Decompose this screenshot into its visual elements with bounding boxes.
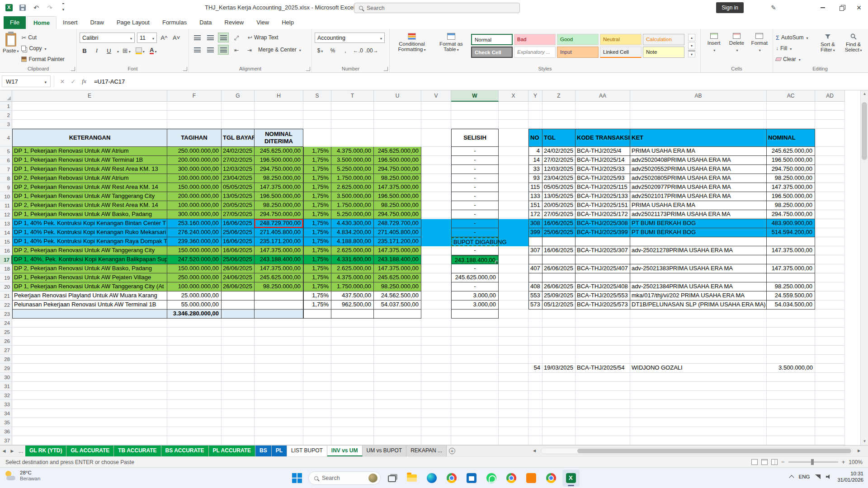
cell-H14[interactable]: 271.405.800,00	[255, 228, 303, 237]
cell-E21[interactable]: Pekerjaan Renovasi Playland Untuk AW Mua…	[12, 291, 167, 300]
style-explanatory-[interactable]: Explanatory ...	[514, 47, 556, 58]
cell-S6[interactable]: 1,75%	[303, 156, 331, 165]
cell-V14[interactable]	[421, 228, 451, 237]
row-header-31[interactable]: 31	[0, 382, 12, 391]
cell-F21[interactable]: 25.000.000,00	[167, 291, 222, 300]
style-bad[interactable]: Bad	[514, 34, 556, 45]
cell-H22[interactable]	[255, 300, 303, 310]
cell-E22[interactable]: Pelunasan Pekerjaan Renovasi Untuk AW Te…	[12, 300, 167, 310]
cell-S23[interactable]	[303, 310, 331, 319]
cell-G12[interactable]: 27/05/2025	[222, 210, 255, 219]
cell-G23[interactable]	[222, 310, 255, 319]
column-header-X[interactable]: X	[499, 90, 528, 102]
cell-T9[interactable]: 2.625.000,00	[331, 183, 374, 192]
sheet-tab-overflow[interactable]: ...	[16, 446, 25, 456]
cell-Z17[interactable]	[542, 255, 576, 264]
cell-H11[interactable]: 98.250.000,00	[255, 201, 303, 210]
cell-W23[interactable]	[451, 310, 499, 319]
cell-Y9[interactable]: 115	[528, 183, 542, 192]
cell-F4[interactable]: TAGIHAN	[167, 129, 222, 147]
cell-AC16[interactable]: 147.375.000,00	[767, 246, 815, 255]
cell-Z5[interactable]: 24/02/2025	[542, 147, 576, 156]
cell-G11[interactable]: 20/05/2025	[222, 201, 255, 210]
cell-Y11[interactable]: 151	[528, 201, 542, 210]
zoom-in-icon[interactable]: +	[842, 459, 845, 465]
font-size-select[interactable]: 11	[137, 33, 157, 43]
row-header-27[interactable]: 27	[0, 346, 12, 355]
cell-AB5[interactable]: PRIMA USAHA ERA MA	[630, 147, 767, 156]
format-as-table-button[interactable]: Format as Table	[435, 31, 467, 64]
cell-AB6[interactable]: adv25020408PRIMA USAHA ERA MA	[630, 156, 767, 165]
row-header-13[interactable]: 13	[0, 219, 12, 228]
cell-E9[interactable]: DP 2, Pekerjaan Renovasi Untuk AW Rest A…	[12, 183, 167, 192]
cell-W20[interactable]: -	[451, 282, 499, 291]
cell-Z11[interactable]: 20/05/2025	[542, 201, 576, 210]
cell-E19[interactable]: DP 1, Pekerjaan Renovasi Untuk AW Pejate…	[12, 273, 167, 282]
gallery-up-icon[interactable]: ▴	[688, 34, 695, 41]
cell-H17[interactable]: 243.188.400,00	[255, 255, 303, 264]
column-header-AB[interactable]: AB	[630, 90, 767, 102]
task-view-icon[interactable]	[383, 469, 401, 487]
scroll-up-icon[interactable]: ▲	[861, 90, 868, 98]
cell-Z21[interactable]: 25/09/2025	[542, 291, 576, 300]
column-header-T[interactable]: T	[331, 90, 374, 102]
cell-S15[interactable]: 1,75%	[303, 237, 331, 246]
alignment-dialog-launcher-icon[interactable]	[306, 67, 310, 71]
cell-W21[interactable]: 3.000,00	[451, 291, 499, 300]
cell-Z22[interactable]: 05/12/2025	[542, 300, 576, 310]
cell-AB18[interactable]: adv-25021383PRIMA USAHA ERA MA	[630, 264, 767, 273]
sort-filter-button[interactable]: Sort & Filter	[817, 31, 839, 64]
volume-icon[interactable]	[826, 474, 832, 479]
cell-AC14[interactable]: 514.594.200,00	[767, 228, 815, 237]
customize-qat-icon[interactable]	[59, 3, 68, 12]
cell-Y5[interactable]: 4	[528, 147, 542, 156]
tray-chevron-icon[interactable]	[789, 475, 794, 480]
row-header-15[interactable]: 15	[0, 237, 12, 246]
cell-W14[interactable]: -	[451, 228, 499, 237]
row-header-14[interactable]: 14	[0, 228, 12, 237]
column-header-S[interactable]: S	[303, 90, 331, 102]
cell-F11[interactable]: 100.000.000,00	[167, 201, 222, 210]
cell-S22[interactable]: 1,75%	[303, 300, 331, 310]
undo-icon[interactable]	[32, 3, 41, 12]
scroll-down-icon[interactable]: ▼	[861, 438, 868, 445]
cell-AA22[interactable]: BCA-THJ/2025/573	[576, 300, 630, 310]
column-header-Y[interactable]: Y	[528, 90, 542, 102]
column-header-AD[interactable]: AD	[815, 90, 845, 102]
cell-W19[interactable]: 245.625.000,00	[451, 273, 499, 282]
cell-G18[interactable]: 26/06/2025	[222, 264, 255, 273]
cell-AC12[interactable]: 294.750.000,00	[767, 210, 815, 219]
cell-AB17[interactable]	[630, 255, 767, 264]
sheet-tab-bs-accurate[interactable]: BS ACCURATE	[161, 446, 209, 456]
row-header-24[interactable]: 24	[0, 319, 12, 328]
column-header-W[interactable]: W	[451, 90, 499, 102]
row-header-34[interactable]: 34	[0, 409, 12, 418]
cell-Z8[interactable]: 23/04/2025	[542, 174, 576, 183]
decrease-indent-button[interactable]	[231, 45, 242, 55]
autosum-button[interactable]: AutoSum	[776, 33, 813, 42]
horizontal-scrollbar[interactable]	[541, 448, 853, 454]
cell-U12[interactable]: 294.750.000,00	[374, 210, 421, 219]
cell-G8[interactable]: 23/04/2025	[222, 174, 255, 183]
wrap-text-button[interactable]: Wrap Text	[248, 33, 278, 42]
ribbon-tab-help[interactable]: Help	[275, 16, 300, 29]
sheet-tab-um-vs-bupot[interactable]: UM vs BUPOT	[363, 446, 407, 456]
formula-input[interactable]: =U17-AC17	[90, 78, 868, 85]
find-select-button[interactable]: Find & Select	[842, 31, 864, 64]
close-icon[interactable]	[850, 0, 868, 15]
sheet-tab-tb-accurate[interactable]: TB ACCURATE	[114, 446, 161, 456]
taskbar-search[interactable]: Search	[308, 471, 381, 485]
folder-orange-icon[interactable]	[523, 469, 540, 487]
cell-W12[interactable]: -	[451, 210, 499, 219]
italic-button[interactable]: I	[92, 46, 102, 56]
cell-E4[interactable]: KETERANGAN	[12, 129, 167, 147]
cell-AA16[interactable]: BCA-THJ/2025/307	[576, 246, 630, 255]
cell-T14[interactable]: 4.834.200,00	[331, 228, 374, 237]
cell-AB20[interactable]: adv-25021384PRIMA USAHA ERA MA	[630, 282, 767, 291]
cell-F10[interactable]: 200.000.000,00	[167, 192, 222, 201]
gallery-down-icon[interactable]: ▾	[688, 42, 695, 49]
cell-E5[interactable]: DP 1, Pekerjaan Renovasi Untuk AW Atrium	[12, 147, 167, 156]
cell-G19[interactable]: 24/06/2025	[222, 273, 255, 282]
cell-W13[interactable]: -	[451, 219, 499, 228]
cell-AC29[interactable]: 3.500.000,00	[767, 364, 815, 373]
